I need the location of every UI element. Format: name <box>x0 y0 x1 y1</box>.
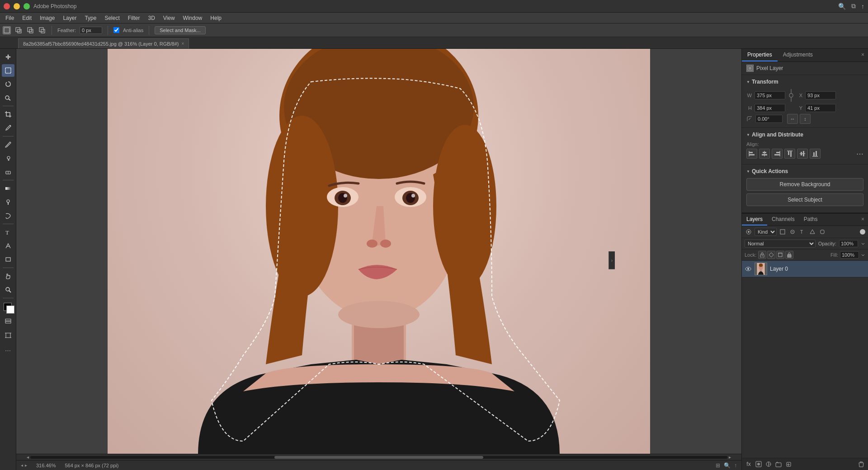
foreground-color[interactable] <box>2 301 14 314</box>
horizontal-scrollbar[interactable]: ◂ ▸ <box>16 454 741 460</box>
menu-help[interactable]: Help <box>207 14 225 22</box>
antialias-checkbox[interactable] <box>113 27 119 33</box>
align-more-button[interactable]: ⋯ <box>856 149 863 159</box>
close-button[interactable] <box>4 3 10 9</box>
minimize-button[interactable] <box>14 3 20 9</box>
arrange-icon[interactable]: ⧉ <box>851 2 856 10</box>
tool-clone-stamp[interactable] <box>2 152 14 164</box>
layer-fx-button[interactable]: fx <box>745 460 753 468</box>
tab-close-button[interactable]: × <box>182 41 184 46</box>
y-input[interactable] <box>805 104 836 112</box>
menu-file[interactable]: File <box>2 14 18 22</box>
chain-icon[interactable] <box>788 89 794 102</box>
blend-mode-select[interactable]: Normal Multiply Screen Overlay <box>745 240 816 248</box>
menu-filter[interactable]: Filter <box>124 14 144 22</box>
menu-image[interactable]: Image <box>36 14 58 22</box>
lock-position-button[interactable] <box>767 251 775 259</box>
scroll-left-arrow[interactable]: ◂ <box>25 455 30 460</box>
layers-panel-close[interactable]: × <box>858 214 868 226</box>
panel-collapse-arrow[interactable]: › <box>609 251 615 269</box>
tool-crop[interactable] <box>2 108 14 121</box>
prev-view-button[interactable]: ◂ <box>21 463 23 468</box>
menu-type[interactable]: Type <box>81 14 100 22</box>
flip-h-button[interactable]: ↔ <box>787 114 798 124</box>
intersect-selection-icon[interactable] <box>38 26 46 34</box>
canvas-area[interactable]: › <box>16 49 741 454</box>
align-center-h-button[interactable] <box>759 149 770 159</box>
filter-active-indicator[interactable] <box>860 229 865 235</box>
tool-smudge[interactable] <box>2 209 14 222</box>
width-input[interactable] <box>755 91 785 99</box>
flip-v-button[interactable]: ↕ <box>800 114 811 124</box>
tool-lasso[interactable] <box>2 78 14 90</box>
tool-gradient[interactable] <box>2 182 14 195</box>
tool-zoom[interactable] <box>2 283 14 296</box>
height-input[interactable] <box>755 104 785 112</box>
angle-input[interactable] <box>755 115 783 123</box>
tab-layers[interactable]: Layers <box>742 214 767 226</box>
align-header[interactable]: ▼ Align and Distribute <box>746 132 863 138</box>
filter-smart-icon[interactable] <box>818 228 826 236</box>
tool-marquee[interactable] <box>2 64 14 77</box>
subtract-selection-icon[interactable]: − <box>26 26 34 34</box>
tool-text[interactable]: T <box>2 226 14 239</box>
zoom-out-icon[interactable]: 🔍 <box>724 462 731 469</box>
filter-pixel-icon[interactable] <box>778 228 787 236</box>
document-tab[interactable]: 8a2b6385af57bbc85690fed48431d255.jpg @ 3… <box>18 38 189 48</box>
select-and-mask-button[interactable]: Select and Mask... <box>155 26 206 34</box>
tool-eraser[interactable] <box>2 165 14 178</box>
tab-channels[interactable]: Channels <box>767 214 799 226</box>
filter-shape-icon[interactable] <box>808 228 816 236</box>
tool-hand[interactable] <box>2 270 14 282</box>
create-layer-button[interactable] <box>784 460 793 468</box>
layer-visibility-toggle[interactable] <box>745 265 752 273</box>
tab-paths[interactable]: Paths <box>799 214 822 226</box>
tool-quick-select[interactable] <box>2 91 14 104</box>
scroll-right-arrow[interactable]: ▸ <box>727 455 732 460</box>
add-selection-icon[interactable]: + <box>14 26 23 34</box>
remove-background-button[interactable]: Remove Background <box>746 178 863 191</box>
filter-toggle-icon[interactable] <box>745 228 753 236</box>
tab-adjustments[interactable]: Adjustments <box>778 49 818 61</box>
lock-artboard-button[interactable] <box>776 251 784 259</box>
filter-kind-select[interactable]: Kind <box>755 228 777 236</box>
filter-adjust-icon[interactable] <box>788 228 797 236</box>
feather-input[interactable] <box>80 27 102 34</box>
share-icon[interactable]: ↑ <box>861 3 864 10</box>
tool-path[interactable] <box>2 240 14 252</box>
next-view-button[interactable]: ▸ <box>25 463 27 468</box>
delete-layer-button[interactable] <box>857 460 865 468</box>
transform-header[interactable]: ▼ Transform <box>746 79 863 85</box>
quick-actions-header[interactable]: ▼ Quick Actions <box>746 168 863 174</box>
share-status-icon[interactable]: ↑ <box>734 462 737 469</box>
tool-eyedropper[interactable] <box>2 122 14 134</box>
add-mask-button[interactable] <box>755 460 763 468</box>
tool-more[interactable]: … <box>2 343 14 355</box>
align-left-button[interactable] <box>746 149 757 159</box>
align-right-button[interactable] <box>772 149 783 159</box>
panel-close-icon[interactable]: × <box>858 49 868 61</box>
menu-edit[interactable]: Edit <box>19 14 35 22</box>
scrollbar-thumb[interactable] <box>274 456 484 459</box>
align-top-button[interactable] <box>784 149 795 159</box>
menu-view[interactable]: View <box>160 14 179 22</box>
x-input[interactable] <box>805 91 836 99</box>
new-selection-icon[interactable] <box>3 26 11 34</box>
create-adjustment-button[interactable] <box>764 460 773 468</box>
menu-select[interactable]: Select <box>101 14 123 22</box>
tab-properties[interactable]: Properties <box>742 49 778 61</box>
select-subject-button[interactable]: Select Subject <box>746 193 863 206</box>
tool-artboard[interactable] <box>2 329 14 342</box>
lock-all-button[interactable] <box>785 251 793 259</box>
tool-dodge[interactable] <box>2 196 14 208</box>
menu-window[interactable]: Window <box>179 14 206 22</box>
tool-rectangle[interactable] <box>2 253 14 266</box>
menu-layer[interactable]: Layer <box>59 14 80 22</box>
tool-move[interactable] <box>2 51 14 63</box>
tool-brush[interactable] <box>2 138 14 151</box>
lock-pixels-button[interactable] <box>758 251 766 259</box>
maximize-button[interactable] <box>24 3 30 9</box>
menu-3d[interactable]: 3D <box>144 14 158 22</box>
tool-layer-comp[interactable] <box>2 315 14 328</box>
fill-input[interactable] <box>840 251 859 258</box>
